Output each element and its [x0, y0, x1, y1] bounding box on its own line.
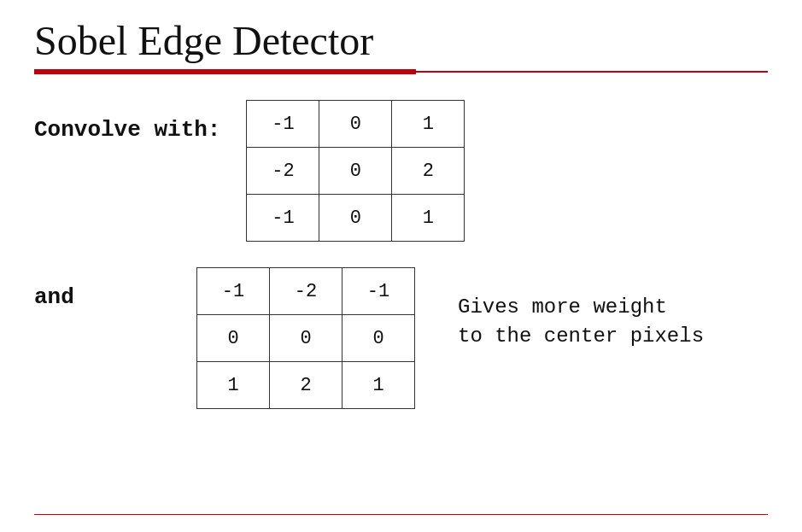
- divider: [34, 69, 768, 74]
- matrix-cell: 1: [342, 362, 415, 409]
- matrix-cell: 0: [319, 148, 392, 195]
- matrix-cell: 0: [197, 315, 270, 362]
- matrix-cell: 1: [392, 101, 465, 148]
- divider-thin: [416, 71, 768, 73]
- matrix1: -101-202-101: [246, 100, 465, 242]
- matrix-cell: -1: [247, 195, 319, 242]
- divider-thick: [34, 69, 416, 74]
- note-line1: Gives more weight: [458, 293, 704, 322]
- matrix-cell: -2: [247, 148, 319, 195]
- matrix-cell: -1: [342, 268, 415, 315]
- slide: Sobel Edge Detector Convolve with: -101-…: [0, 0, 802, 532]
- matrix-cell: 0: [319, 101, 392, 148]
- matrix2: -1-2-1000121: [196, 267, 415, 409]
- matrix-cell: 0: [270, 315, 342, 362]
- and-row: and -1-2-1000121 Gives more weight to th…: [34, 267, 768, 409]
- matrix-cell: 1: [392, 195, 465, 242]
- page-title: Sobel Edge Detector: [34, 17, 768, 64]
- note-text: Gives more weight to the center pixels: [458, 267, 704, 350]
- matrix-cell: -1: [247, 101, 319, 148]
- matrix-cell: -1: [197, 268, 270, 315]
- content-area: Convolve with: -101-202-101 and -1-2-100…: [34, 100, 768, 409]
- and-label: and: [34, 267, 171, 310]
- matrix-cell: 1: [197, 362, 270, 409]
- matrix-cell: 0: [342, 315, 415, 362]
- bottom-divider: [34, 514, 768, 516]
- matrix-cell: -2: [270, 268, 342, 315]
- convolve-row: Convolve with: -101-202-101: [34, 100, 768, 242]
- convolve-label: Convolve with:: [34, 100, 220, 143]
- matrix-cell: 2: [270, 362, 342, 409]
- matrix-cell: 2: [392, 148, 465, 195]
- note-line2: to the center pixels: [458, 322, 704, 351]
- matrix-cell: 0: [319, 195, 392, 242]
